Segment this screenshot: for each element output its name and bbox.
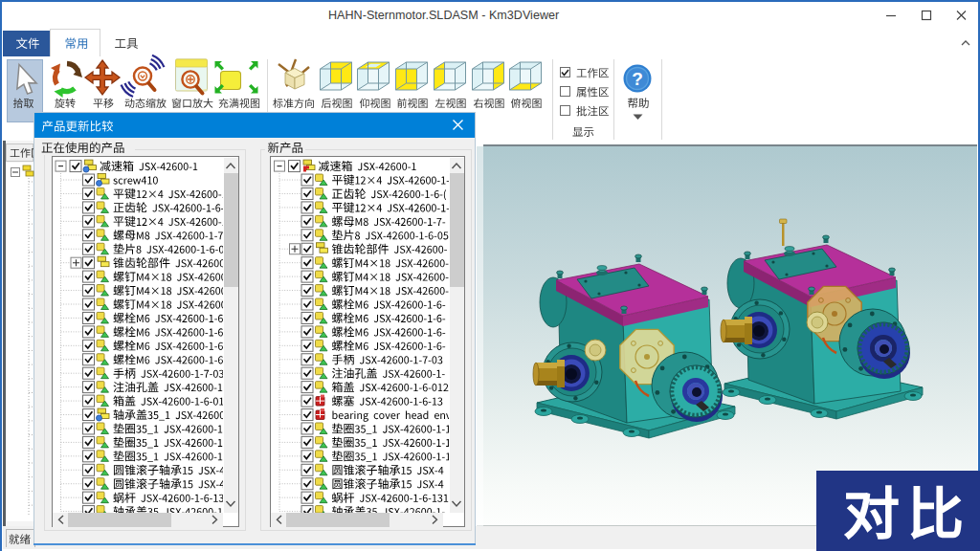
- svg-text:?: ?: [632, 69, 643, 89]
